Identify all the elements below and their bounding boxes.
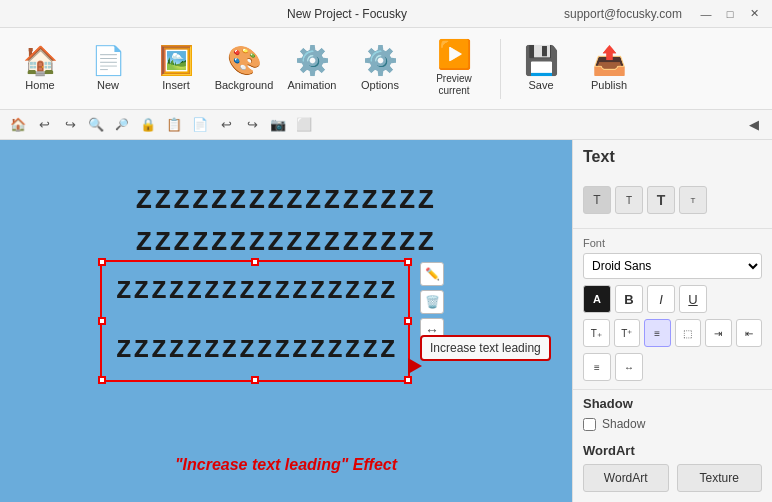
animation-label: Animation [288,79,337,91]
preview-label: Preview current [420,73,488,97]
bold-button[interactable]: B [615,285,643,313]
box-line2: ZZZZZZZZZZZZZZZZ [116,331,394,370]
close-button[interactable]: ✕ [746,6,762,22]
resize-handle-bm[interactable] [251,376,259,384]
edit-action-button[interactable]: ✏️ [420,262,444,286]
publish-label: Publish [591,79,627,91]
increase-leading-tooltip: Increase text leading [420,335,551,361]
resize-handle-tr[interactable] [404,258,412,266]
format-row: A B I U [583,285,762,313]
outdent-button[interactable]: ⇤ [736,319,763,347]
secondary-toolbar: 🏠 ↩ ↪ 🔍 🔎 🔒 📋 📄 ↩ ↪ 📷 ⬜ ◀ [0,110,772,140]
right-panel: Text T T T T Font Droid Sans A B I [572,140,772,502]
superscript-button[interactable]: T⁺ [614,319,641,347]
shadow-title: Shadow [583,396,762,411]
camera-button[interactable]: 📷 [266,113,290,137]
selected-text-box[interactable]: ZZZZZZZZZZZZZZZZ ZZZZZZZZZZZZZZZZ ✏️ 🗑️ … [100,260,410,382]
font-select-row: Droid Sans [583,253,762,279]
canvas-line2: ZZZZZZZZZZZZZZZZ [136,222,437,264]
options-icon: ⚙️ [363,47,398,75]
arrow-icon [408,358,422,374]
publish-button[interactable]: 📤 Publish [577,33,641,105]
underline-button[interactable]: U [679,285,707,313]
align-center-button[interactable]: ≡ [583,353,611,381]
frame-button[interactable]: ⬜ [292,113,316,137]
text-style-4[interactable]: T [679,186,707,214]
canvas-line1: ZZZZZZZZZZZZZZZZ [136,180,437,222]
align-left-button[interactable]: ⬚ [675,319,702,347]
new-label: New [97,79,119,91]
canvas-area[interactable]: ZZZZZZZZZZZZZZZZ ZZZZZZZZZZZZZZZZ ZZZZZZ… [0,140,572,502]
background-icon: 🎨 [227,47,262,75]
delete-action-button[interactable]: 🗑️ [420,290,444,314]
new-button[interactable]: 📄 New [76,33,140,105]
background-button[interactable]: 🎨 Background [212,33,276,105]
font-section: Font Droid Sans A B I U T₊ T⁺ ≡ ⬚ ⇥ ⇤ [573,229,772,390]
user-email: support@focusky.com [564,7,682,21]
maximize-button[interactable]: □ [722,6,738,22]
indent-button[interactable]: ⇥ [705,319,732,347]
home-button[interactable]: 🏠 Home [8,33,72,105]
app-title: New Project - Focusky [130,7,564,21]
options-button[interactable]: ⚙️ Options [348,33,412,105]
wordart-row: WordArt Texture [583,464,762,492]
main-toolbar: 🏠 Home 📄 New 🖼️ Insert 🎨 Background ⚙️ A… [0,28,772,110]
italic-button[interactable]: I [647,285,675,313]
font-color-button[interactable]: A [583,285,611,313]
copy-button[interactable]: 📋 [162,113,186,137]
save-icon: 💾 [524,47,559,75]
text-style-2[interactable]: T [615,186,643,214]
resize-handle-ml[interactable] [98,317,106,325]
animation-button[interactable]: ⚙️ Animation [280,33,344,105]
preview-button[interactable]: ▶️ Preview current [416,33,492,105]
resize-handle-bl[interactable] [98,376,106,384]
text-style-section: T T T T [573,178,772,229]
publish-icon: 📤 [592,47,627,75]
font-label: Font [583,237,762,249]
text-box-actions: ✏️ 🗑️ ↔ [420,262,444,342]
new-icon: 📄 [91,47,126,75]
tooltip-text: Increase text leading [430,341,541,355]
panel-toggle[interactable]: ◀ [742,113,766,137]
text-style-1[interactable]: T [583,186,611,214]
resize-handle-tm[interactable] [251,258,259,266]
undo-button[interactable]: ↩ [32,113,56,137]
title-bar: New Project - Focusky support@focusky.co… [0,0,772,28]
shadow-label: Shadow [602,417,645,431]
resize-handle-mr[interactable] [404,317,412,325]
lock-button[interactable]: 🔒 [136,113,160,137]
insert-button[interactable]: 🖼️ Insert [144,33,208,105]
redo2-button[interactable]: ↪ [240,113,264,137]
home2-button[interactable]: 🏠 [6,113,30,137]
box-line1: ZZZZZZZZZZZZZZZZ [116,272,394,311]
animation-icon: ⚙️ [295,47,330,75]
preview-icon: ▶️ [437,41,472,69]
line-spacing-button[interactable]: ≡ [644,319,671,347]
shadow-checkbox[interactable] [583,418,596,431]
undo2-button[interactable]: ↩ [214,113,238,137]
font-select[interactable]: Droid Sans [583,253,762,279]
alignment-row: T₊ T⁺ ≡ ⬚ ⇥ ⇤ [583,319,762,347]
window-controls: — □ ✕ [698,6,762,22]
main-content: ZZZZZZZZZZZZZZZZ ZZZZZZZZZZZZZZZZ ZZZZZZ… [0,140,772,502]
save-button[interactable]: 💾 Save [509,33,573,105]
wordart-title: WordArt [583,443,762,458]
resize-handle-br[interactable] [404,376,412,384]
minimize-button[interactable]: — [698,6,714,22]
text-style-icons: T T T T [583,186,762,214]
redo-button[interactable]: ↪ [58,113,82,137]
background-label: Background [215,79,274,91]
subscript-button[interactable]: T₊ [583,319,610,347]
shadow-section: Shadow Shadow [573,390,772,437]
texture-button[interactable]: Texture [677,464,763,492]
zoom-out-button[interactable]: 🔎 [110,113,134,137]
save-label: Save [528,79,553,91]
paste-button[interactable]: 📄 [188,113,212,137]
panel-title: Text [573,140,772,170]
text-style-3[interactable]: T [647,186,675,214]
zoom-in-button[interactable]: 🔍 [84,113,108,137]
text-direction-button[interactable]: ↔ [615,353,643,381]
resize-handle-tl[interactable] [98,258,106,266]
wordart-button[interactable]: WordArt [583,464,669,492]
toolbar-separator [500,39,501,99]
